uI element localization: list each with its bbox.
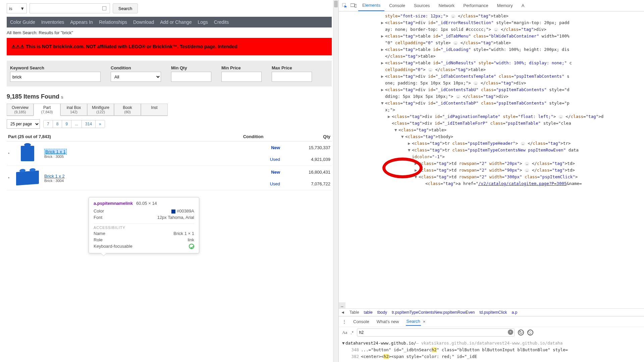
item-thumb[interactable] <box>14 143 41 164</box>
inspect-icon[interactable] <box>341 2 349 10</box>
minprice-input[interactable] <box>221 72 262 82</box>
item-name-link[interactable]: Brick 1 x 2 <box>44 174 65 179</box>
expand-icon[interactable]: • <box>8 151 11 156</box>
maxprice-input[interactable] <box>272 72 312 82</box>
dom-node[interactable]: dding: 5px 10px 5px 10px;"> … </class="t… <box>341 93 642 100</box>
checkbox-icon[interactable] <box>102 6 106 10</box>
page-next[interactable]: » <box>96 120 105 128</box>
dom-node[interactable]: <class="tag">a href="/v2/catalog/catalog… <box>341 180 642 187</box>
left-scrollbar[interactable] <box>333 0 338 362</box>
tab-inst[interactable]: Inst <box>141 104 168 116</box>
devtools-tab-sources[interactable]: Sources <box>410 0 434 11</box>
search-button[interactable]: Search <box>113 3 138 13</box>
page-7[interactable]: 7 <box>44 120 53 128</box>
cond-new[interactable]: New <box>226 170 280 175</box>
cond-used[interactable]: Used <box>226 157 280 162</box>
dom-node[interactable]: idcolor="-1"> <box>341 154 642 160</box>
category-dropdown[interactable]: is ▼ <box>7 3 27 13</box>
dom-node[interactable]: ▶<class="tag">table id="_idNoResults" st… <box>341 60 642 66</box>
nav-relationships[interactable]: Relationships <box>99 19 127 25</box>
search-result-file[interactable]: ▼dataharvest24-www.github.io/— vkatsikar… <box>342 340 641 347</box>
dom-node[interactable]: ▶<class="tag">tr class="pspItemTypeHeade… <box>341 140 642 147</box>
regex-toggle[interactable]: .* <box>351 330 354 335</box>
top-search-input[interactable] <box>30 3 110 13</box>
dom-node[interactable]: ▶<class="tag">div id="_idPaginationTempl… <box>341 113 642 120</box>
cond-new[interactable]: New <box>226 145 280 150</box>
tab-minifigure[interactable]: Minifigure(122) <box>87 104 114 116</box>
devtools-tab-console[interactable]: Console <box>385 0 409 11</box>
minqty-input[interactable] <box>171 72 211 82</box>
dom-node[interactable]: ay: none; border-top: 1px solid #cccccc;… <box>341 26 642 33</box>
devtools-tab-memory[interactable]: Memory <box>493 0 517 11</box>
nav-color-guide[interactable]: Color Guide <box>10 19 35 25</box>
search-result-line[interactable]: 382<center><h2><span style="color: red;"… <box>342 353 641 360</box>
drawer-tab-whatsnew[interactable]: What's new <box>376 318 400 325</box>
drawer-tab-search[interactable]: Search <box>406 317 421 326</box>
dom-node[interactable]: one; padding: 5px 10px 5px 10px;"> … </c… <box>341 80 642 86</box>
dom-node[interactable]: </class="tag">table> <box>341 53 642 60</box>
perpage-select[interactable]: 25 per page <box>7 119 40 129</box>
crumb-back[interactable]: ◄ <box>341 310 345 315</box>
dom-node[interactable]: ▼<class="tag">td rowspan="2" width="300p… <box>341 174 642 180</box>
dom-node[interactable]: ▼<class="tag">table> <box>341 127 642 133</box>
page-8[interactable]: 8 <box>53 120 62 128</box>
search-input[interactable] <box>357 328 515 337</box>
tab-overview[interactable]: Overview(9,185) <box>7 104 34 116</box>
dom-node[interactable]: ▶<class="tag">div id="_idTabContentsTemp… <box>341 73 642 80</box>
dom-node[interactable]: ▶<class="tag">div id="_idContentsTabU" c… <box>341 86 642 93</box>
dom-node[interactable]: style="font-size: 12px;"> … </class="tag… <box>341 13 642 19</box>
disclosure-triangle-icon[interactable]: ▼ <box>342 340 345 347</box>
crumb[interactable]: table <box>364 310 373 315</box>
nav-download[interactable]: Download <box>133 19 154 25</box>
page-9[interactable]: 9 <box>62 120 71 128</box>
crumb[interactable]: td.pspItemClick <box>479 310 507 315</box>
clear-icon[interactable]: × <box>508 329 513 335</box>
page-last[interactable]: 314 <box>82 120 96 128</box>
keyword-input[interactable] <box>10 72 101 82</box>
dom-node[interactable]: ▶<class="tag">td rowspan="2" width="90px… <box>341 167 642 174</box>
devtools-tab-more[interactable]: A <box>518 0 529 11</box>
item-name-link[interactable]: Brick 1 x 1 <box>44 149 67 155</box>
dom-node[interactable]: x;"> <box>341 107 642 113</box>
nav-logs[interactable]: Logs <box>198 19 208 25</box>
devtools-tab-network[interactable]: Network <box>435 0 459 11</box>
match-case-toggle[interactable]: Aa <box>342 330 347 335</box>
expand-icon[interactable]: • <box>8 176 11 180</box>
search-result-line[interactable]: 348...="button" id="_idbtnSearch2" class… <box>342 347 641 353</box>
crumb[interactable]: tbody <box>377 310 387 315</box>
nav-credits[interactable]: Credits <box>214 19 229 25</box>
nav-add-change[interactable]: Add or Change <box>160 19 192 25</box>
minqty-label: Min Qty <box>171 65 211 70</box>
device-toggle-icon[interactable] <box>350 2 358 10</box>
refresh-icon[interactable] <box>518 329 524 336</box>
item-thumb[interactable] <box>14 168 41 188</box>
dom-node[interactable]: ▶<class="tag">div id="_idErrorResultSect… <box>341 19 642 26</box>
page-ellipsis[interactable]: ... <box>71 120 82 128</box>
cond-used[interactable]: Used <box>226 181 280 186</box>
dom-node[interactable]: ▶<class="tag">td rowspan="2" width="20px… <box>341 160 642 167</box>
dom-node[interactable]: ▼<class="tag">tbody> <box>341 133 642 140</box>
dom-node[interactable]: "0" cellpadding="0" style> … </class="ta… <box>341 40 642 46</box>
tab-part[interactable]: Part(7,843) <box>34 104 60 116</box>
cancel-icon[interactable]: ⃠ <box>527 329 533 336</box>
close-icon[interactable]: × <box>423 319 426 324</box>
dom-node[interactable]: cellpadding="0"> … </class="tag">table> <box>341 66 642 73</box>
devtools-tab-performance[interactable]: Performance <box>459 0 492 11</box>
crumb[interactable]: a.p <box>512 310 517 315</box>
crumb[interactable]: Table <box>350 310 359 315</box>
drawer-menu-icon[interactable]: ⋮ <box>342 319 346 324</box>
devtools-tab-elements[interactable]: Elements <box>358 0 384 11</box>
dom-node[interactable]: ▶<class="tag">table id="_idLoading" styl… <box>341 46 642 53</box>
dom-node[interactable]: <class="tag">div id="_idItemTableForP" c… <box>341 120 642 127</box>
tab-book[interactable]: Book(80) <box>114 104 141 116</box>
nav-inventories[interactable]: Inventories <box>41 19 64 25</box>
tab-original-box[interactable]: inal Box142) <box>60 104 87 116</box>
drawer-tab-console[interactable]: Console <box>353 318 370 325</box>
nav-appears-in[interactable]: Appears In <box>70 19 93 25</box>
condition-select[interactable]: All <box>111 72 161 82</box>
dom-node[interactable]: ▶<class="tag">table id="_idTabMenu" clas… <box>341 33 642 40</box>
dom-node[interactable]: ▼<class="tag">tr class="pspItemTypeConte… <box>341 147 642 154</box>
dom-tree[interactable]: style="font-size: 12px;"> … </class="tag… <box>339 11 644 308</box>
crumb[interactable]: tr.pspItemTypeContentsNew.pspItemRowEven <box>392 310 475 315</box>
dom-node[interactable]: ▼<class="tag">div id="_idContentsTabP" c… <box>341 100 642 107</box>
